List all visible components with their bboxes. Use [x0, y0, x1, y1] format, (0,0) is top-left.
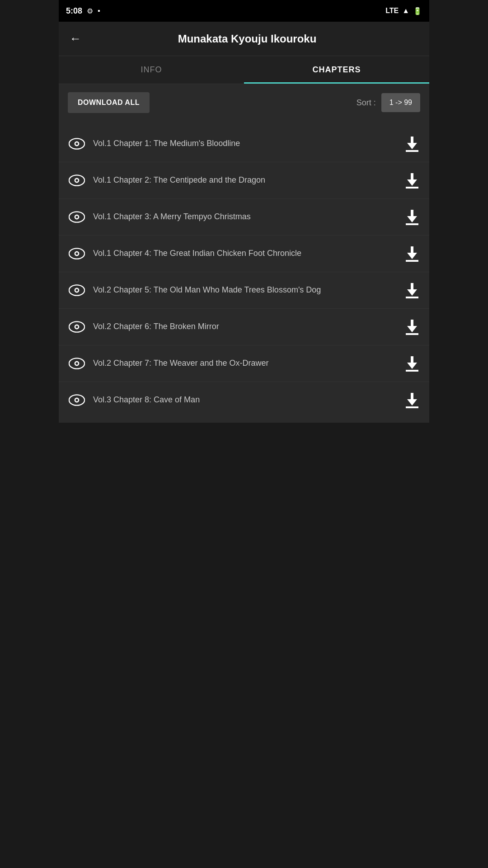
read-status-icon — [68, 248, 86, 259]
svg-point-14 — [75, 216, 78, 218]
chapter-title: Vol.1 Chapter 2: The Centipede and the D… — [93, 175, 397, 186]
list-item: Vol.2 Chapter 6: The Broken Mirror — [59, 309, 429, 345]
svg-point-32 — [75, 326, 78, 328]
chapter-title: Vol.2 Chapter 6: The Broken Mirror — [93, 321, 397, 332]
page-title: Munakata Kyouju Ikouroku — [92, 33, 420, 45]
svg-rect-11 — [406, 187, 418, 189]
download-button[interactable] — [404, 282, 420, 298]
list-item: Vol.1 Chapter 3: A Merry Tempyo Christma… — [59, 199, 429, 236]
signal-icon: ▲ — [402, 7, 409, 15]
download-button[interactable] — [404, 392, 420, 408]
status-left: 5:08 ⚙ ▪ — [66, 6, 100, 16]
svg-marker-40 — [407, 363, 417, 369]
download-button[interactable] — [404, 245, 420, 262]
svg-rect-47 — [406, 406, 418, 408]
read-status-icon — [68, 211, 86, 223]
download-all-button[interactable]: DOWNLOAD ALL — [68, 92, 150, 113]
back-button[interactable]: ← — [68, 30, 83, 47]
download-button[interactable] — [404, 172, 420, 189]
download-button[interactable] — [404, 136, 420, 152]
chapter-title: Vol.2 Chapter 7: The Weaver and the Ox-D… — [93, 358, 397, 369]
header: ← Munakata Kyouju Ikouroku — [59, 22, 429, 56]
tabs-container: INFO CHAPTERS — [59, 56, 429, 84]
chapter-title: Vol.3 Chapter 8: Cave of Man — [93, 394, 397, 406]
svg-marker-4 — [407, 143, 417, 149]
svg-rect-41 — [406, 370, 418, 372]
sort-label: Sort : — [357, 98, 376, 108]
status-right: LTE ▲ 🔋 — [385, 7, 422, 15]
svg-rect-29 — [406, 297, 418, 298]
svg-point-8 — [75, 179, 78, 181]
svg-rect-35 — [406, 333, 418, 335]
list-item: Vol.1 Chapter 1: The Medium's Bloodline — [59, 126, 429, 162]
svg-marker-34 — [407, 326, 417, 332]
list-item: Vol.2 Chapter 7: The Weaver and the Ox-D… — [59, 345, 429, 382]
read-status-icon — [68, 284, 86, 296]
svg-point-20 — [75, 252, 78, 255]
list-item: Vol.1 Chapter 4: The Great Indian Chicke… — [59, 236, 429, 272]
download-button[interactable] — [404, 355, 420, 372]
svg-point-26 — [75, 289, 78, 291]
tab-chapters[interactable]: CHAPTERS — [244, 56, 429, 84]
read-status-icon — [68, 394, 86, 406]
read-status-icon — [68, 321, 86, 333]
svg-rect-23 — [406, 260, 418, 262]
download-button[interactable] — [404, 319, 420, 335]
sort-container: Sort : 1 -> 99 — [357, 93, 420, 112]
svg-point-44 — [75, 399, 78, 401]
svg-rect-17 — [406, 223, 418, 225]
svg-marker-10 — [407, 179, 417, 186]
chapter-title: Vol.1 Chapter 4: The Great Indian Chicke… — [93, 248, 397, 259]
chapter-list: Vol.1 Chapter 1: The Medium's Bloodline … — [59, 121, 429, 423]
svg-marker-28 — [407, 289, 417, 296]
svg-rect-5 — [406, 150, 418, 152]
svg-point-2 — [75, 142, 78, 145]
list-item: Vol.2 Chapter 5: The Old Man Who Made Tr… — [59, 272, 429, 309]
svg-marker-16 — [407, 216, 417, 222]
chapter-title: Vol.1 Chapter 1: The Medium's Bloodline — [93, 138, 397, 149]
settings-icon: ⚙ — [87, 7, 93, 15]
chapter-title: Vol.2 Chapter 5: The Old Man Who Made Tr… — [93, 284, 397, 296]
status-time: 5:08 — [66, 6, 82, 16]
list-item: Vol.3 Chapter 8: Cave of Man — [59, 382, 429, 418]
battery-icon: 🔋 — [413, 7, 422, 15]
chapter-title: Vol.1 Chapter 3: A Merry Tempyo Christma… — [93, 211, 397, 222]
svg-marker-22 — [407, 253, 417, 259]
list-item: Vol.1 Chapter 2: The Centipede and the D… — [59, 162, 429, 199]
status-bar: 5:08 ⚙ ▪ LTE ▲ 🔋 — [59, 0, 429, 22]
clipboard-icon: ▪ — [98, 7, 100, 15]
sort-order-button[interactable]: 1 -> 99 — [381, 93, 420, 112]
read-status-icon — [68, 175, 86, 186]
lte-label: LTE — [385, 7, 399, 15]
svg-marker-46 — [407, 399, 417, 406]
svg-point-38 — [75, 362, 78, 364]
toolbar: DOWNLOAD ALL Sort : 1 -> 99 — [59, 84, 429, 121]
tab-info[interactable]: INFO — [59, 56, 244, 84]
read-status-icon — [68, 358, 86, 369]
download-button[interactable] — [404, 209, 420, 225]
read-status-icon — [68, 138, 86, 150]
